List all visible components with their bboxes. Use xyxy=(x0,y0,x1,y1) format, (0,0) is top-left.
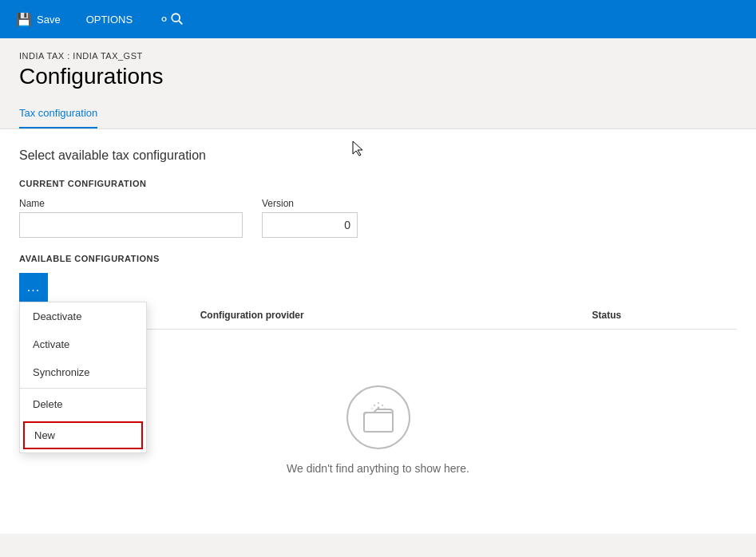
empty-message: We didn't find anything to show here. xyxy=(287,462,469,475)
current-config-label: CURRENT CONFIGURATION xyxy=(19,179,737,188)
svg-line-1 xyxy=(179,21,182,24)
dropdown-delete[interactable]: Delete xyxy=(20,390,146,418)
version-input[interactable] xyxy=(262,212,358,238)
save-icon: 💾 xyxy=(16,12,32,27)
more-actions-button[interactable]: ... xyxy=(19,273,48,302)
current-config-fields: Name Version xyxy=(19,198,737,238)
col-config-provider: Configuration provider xyxy=(191,302,583,330)
section-title: Select available tax configuration xyxy=(19,148,737,163)
save-button[interactable]: 💾 Save xyxy=(10,9,67,30)
name-input[interactable] xyxy=(19,212,243,238)
empty-icon xyxy=(346,385,410,449)
empty-folder-icon xyxy=(361,400,396,435)
version-label: Version xyxy=(262,198,358,209)
dropdown-divider xyxy=(20,388,146,389)
page-header: INDIA TAX : INDIA TAX_GST Configurations xyxy=(0,38,756,89)
search-icon-svg xyxy=(170,12,184,26)
tab-tax-configuration[interactable]: Tax configuration xyxy=(19,99,97,128)
page-title: Configurations xyxy=(19,64,737,89)
dropdown-activate[interactable]: Activate xyxy=(20,330,146,358)
svg-point-6 xyxy=(378,402,379,404)
dots-icon: ... xyxy=(27,280,40,294)
svg-point-4 xyxy=(374,405,375,406)
search-button[interactable]: ⚬ xyxy=(152,7,191,31)
options-label: OPTIONS xyxy=(86,14,133,26)
svg-point-8 xyxy=(384,408,386,409)
save-label: Save xyxy=(37,14,61,26)
name-field-group: Name xyxy=(19,198,243,238)
main-content: Select available tax configuration CURRE… xyxy=(0,129,756,534)
name-label: Name xyxy=(19,198,243,209)
available-config-label: AVAILABLE CONFIGURATIONS xyxy=(19,254,737,263)
dropdown-synchronize[interactable]: Synchronize xyxy=(20,358,146,386)
dropdown-new[interactable]: New xyxy=(23,421,143,449)
options-button[interactable]: OPTIONS xyxy=(80,10,140,29)
version-field-group: Version xyxy=(262,198,358,238)
col-status: Status xyxy=(583,302,737,330)
table-toolbar: ... Deactivate Activate Synchronize Dele… xyxy=(19,273,737,302)
svg-point-7 xyxy=(371,408,373,409)
tab-bar: Tax configuration xyxy=(0,99,756,129)
dropdown-deactivate[interactable]: Deactivate xyxy=(20,302,146,330)
breadcrumb: INDIA TAX : INDIA TAX_GST xyxy=(19,51,737,61)
toolbar: 💾 Save OPTIONS ⚬ xyxy=(0,0,756,38)
dropdown-menu: Deactivate Activate Synchronize Delete N… xyxy=(19,302,147,453)
svg-point-3 xyxy=(377,407,379,409)
svg-point-5 xyxy=(382,405,383,406)
svg-point-0 xyxy=(172,14,180,22)
search-icon: ⚬ xyxy=(158,10,170,28)
svg-rect-2 xyxy=(364,413,393,432)
